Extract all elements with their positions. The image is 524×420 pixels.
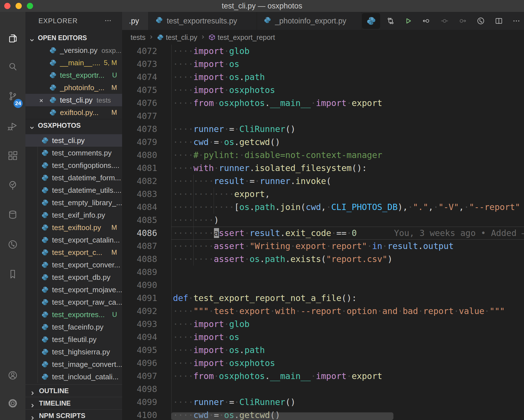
code-line[interactable]: 4095····import·os.path [122,344,524,357]
file-tree-item[interactable]: test_export_raw_ca... [25,296,122,308]
open-editor-item[interactable]: _version.pyosxp... [25,44,122,57]
file-tree-item[interactable]: test_highsierra.py [25,346,122,358]
code-line[interactable]: 4096····import·osxphotos [122,357,524,370]
code-line[interactable]: 4072····import·glob [122,45,524,58]
file-tree-item[interactable]: test_image_convert... [25,358,122,371]
code-line[interactable]: 4076····from·osxphotos.__main__·import·e… [122,97,524,110]
code-line[interactable]: 4075····import·osxphotos [122,84,524,97]
line-number[interactable]: 4072 [122,45,157,58]
open-editor-item[interactable]: test_cli.pytests [25,94,122,106]
section-open-editors[interactable]: OPEN EDITORS [25,32,122,44]
code-line[interactable]: 4097····from·osxphotos.__main__·import·e… [122,370,524,383]
activity-item-extensions[interactable] [0,143,25,169]
line-number[interactable]: 4090 [122,279,157,292]
line-number[interactable]: 4091 [122,292,157,305]
continue-icon[interactable] [440,17,449,25]
code-line[interactable]: 4073····import·os [122,58,524,71]
line-number[interactable]: 4077 [122,110,157,123]
line-number[interactable]: 4080 [122,149,157,162]
line-number[interactable]: 4088 [122,253,157,266]
line-number[interactable]: 4078 [122,123,157,136]
file-tree-item[interactable]: test_configoptions.... [25,159,122,172]
code-line[interactable]: 4083············export, [122,188,524,201]
code-line[interactable]: 4087········assert·"Writing·export·repor… [122,240,524,253]
code-line[interactable]: 4081····with·runner.isolated_filesystem(… [122,162,524,175]
code-line[interactable]: 4086········assert·result.exit_code·==·0… [122,227,524,240]
activity-item-account[interactable] [0,362,25,388]
code-line[interactable]: 4077 [122,110,524,123]
line-number[interactable]: 4073 [122,58,157,71]
code-line[interactable]: 4078····runner·=·CliRunner() [122,123,524,136]
activity-item-database[interactable] [0,202,25,228]
file-tree-item[interactable]: test_exif_info.py [25,209,122,221]
line-number[interactable]: 4081 [122,162,157,175]
line-number[interactable]: 4089 [122,266,157,279]
activity-item-test-explorer[interactable] [0,172,25,198]
line-number[interactable]: 4079 [122,136,157,149]
section-outline[interactable]: OUTLINE [25,384,122,397]
more-actions-icon[interactable] [104,17,112,26]
line-number[interactable]: 4092 [122,305,157,318]
run-file-icon[interactable] [404,17,412,25]
line-number[interactable]: 4093 [122,318,157,331]
file-tree-item[interactable]: test_cli.py [25,134,122,147]
open-editor-item[interactable]: test_exportr...U [25,69,122,81]
file-tree-item[interactable]: test_comments.py [25,147,122,159]
file-tree-item[interactable]: test_datetime_form... [25,172,122,184]
code-line[interactable]: 4099····runner·=·CliRunner() [122,396,524,409]
file-tree-item[interactable]: test_export_c...M [25,246,122,259]
code-line[interactable]: 4079····cwd·=·os.getcwd() [122,136,524,149]
line-number[interactable]: 4095 [122,344,157,357]
python-interpreter-button[interactable] [362,13,380,29]
file-tree-item[interactable]: test_incloud_catali... [25,371,122,383]
code-line[interactable]: 4090 [122,279,524,292]
editor[interactable]: 4072····import·glob4073····import·os4074… [122,45,524,420]
code-line[interactable]: 4088········assert·os.path.exists("repor… [122,253,524,266]
file-tree-item[interactable]: test_exportres...U [25,308,122,321]
line-number[interactable]: 4097 [122,370,157,383]
line-number[interactable]: 4094 [122,331,157,344]
code-line[interactable]: 4084············[os.path.join(cwd,·CLI_P… [122,201,524,214]
activity-item-source-control[interactable]: 24 [0,83,25,109]
line-number[interactable]: 4083 [122,188,157,201]
activity-item-run-debug[interactable] [0,113,25,139]
code-line[interactable]: 4080····#·pylint:·disable=not-context-ma… [122,149,524,162]
activity-item-search[interactable] [0,54,25,80]
open-editor-item[interactable]: __main__....5, M [25,57,122,69]
code-line[interactable]: 4085········) [122,214,524,227]
line-number[interactable]: 4099 [122,396,157,409]
line-number[interactable]: 4087 [122,240,157,253]
code-line[interactable]: 4093····import·glob [122,318,524,331]
file-tree-item[interactable]: test_export_conver... [25,259,122,271]
line-number[interactable]: 4100 [122,409,157,420]
code-line[interactable]: 4091def·test_export_report_not_a_file(): [122,292,524,305]
activity-item-settings[interactable] [0,390,25,416]
file-tree-item[interactable]: test_export_db.py [25,271,122,283]
code-line[interactable]: 4098 [122,383,524,396]
file-tree-item[interactable]: test_export_mojave... [25,283,122,296]
section-osxphotos[interactable]: OSXPHOTOS [25,119,122,132]
breadcrumb-item-test_export_report[interactable]: test_export_report [209,33,275,42]
file-tree-item[interactable]: test_faceinfo.py [25,321,122,333]
file-tree-item[interactable]: test_fileutil.py [25,333,122,346]
editor-tab-_photoinfo_export.py[interactable]: _photoinfo_export.py [257,12,362,30]
section-npm-scripts[interactable]: NPM SCRIPTS [25,409,122,420]
code-line[interactable]: 4092····"""·test·export·with·--report·op… [122,305,524,318]
file-tree-item[interactable]: test_empty_library_... [25,196,122,209]
file-tree-item[interactable]: test_datetime_utils.... [25,184,122,196]
editor-tab-.py[interactable]: .py [122,12,149,30]
line-number[interactable]: 4096 [122,357,157,370]
open-editor-item[interactable]: exiftool.py...M [25,106,122,119]
line-number[interactable]: 4086 [122,227,157,240]
step-back-icon[interactable] [422,17,430,25]
file-tree-item[interactable]: test_export_catalin... [25,234,122,246]
file-tree-item[interactable]: test_exiftool.pyM [25,221,122,234]
breadcrumb-item-test_cli.py[interactable]: test_cli.py [157,33,197,42]
compare-changes-icon[interactable] [386,17,395,25]
horizontal-scrollbar[interactable] [171,412,393,420]
activity-item-bookmarks[interactable] [0,261,25,287]
editor-tab-test_exportresults.py[interactable]: test_exportresults.py [149,12,257,30]
line-number[interactable]: 4075 [122,84,157,97]
line-number[interactable]: 4098 [122,383,157,396]
line-number[interactable]: 4085 [122,214,157,227]
